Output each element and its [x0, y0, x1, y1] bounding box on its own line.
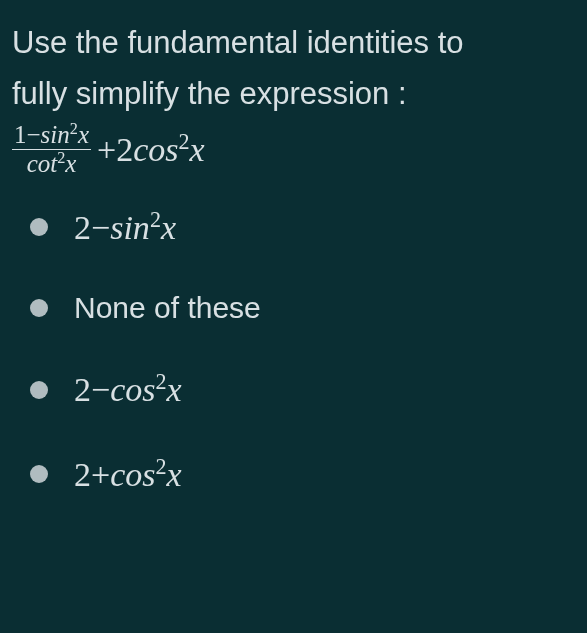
- term-cos: cos: [133, 131, 178, 168]
- question-line-2: fully simplify the expression :: [12, 71, 575, 118]
- expression: 1−sin2x cot2x +2cos2x: [12, 121, 575, 177]
- fraction: 1−sin2x cot2x: [12, 121, 91, 177]
- option-2-label: None of these: [74, 291, 261, 325]
- option-3-label: 2−cos2x: [74, 369, 182, 409]
- radio-icon[interactable]: [30, 381, 48, 399]
- frac-num-one: 1: [14, 121, 27, 148]
- option-1[interactable]: 2−sin2x: [30, 207, 575, 247]
- frac-den-x: x: [65, 150, 76, 177]
- frac-num-sin: sin: [41, 121, 70, 148]
- option-4-label: 2+cos2x: [74, 454, 182, 494]
- option-1-label: 2−sin2x: [74, 207, 176, 247]
- radio-icon[interactable]: [30, 465, 48, 483]
- frac-den-cot: cot: [27, 150, 58, 177]
- plus-two: +2: [97, 131, 133, 168]
- term-x: x: [190, 131, 205, 168]
- radio-icon[interactable]: [30, 299, 48, 317]
- option-4[interactable]: 2+cos2x: [30, 454, 575, 494]
- option-2[interactable]: None of these: [30, 291, 575, 325]
- question-line-1: Use the fundamental identities to: [12, 20, 575, 67]
- options-list: 2−sin2x None of these 2−cos2x 2+cos2x: [12, 207, 575, 494]
- option-3[interactable]: 2−cos2x: [30, 369, 575, 409]
- frac-num-x: x: [78, 121, 89, 148]
- radio-icon[interactable]: [30, 218, 48, 236]
